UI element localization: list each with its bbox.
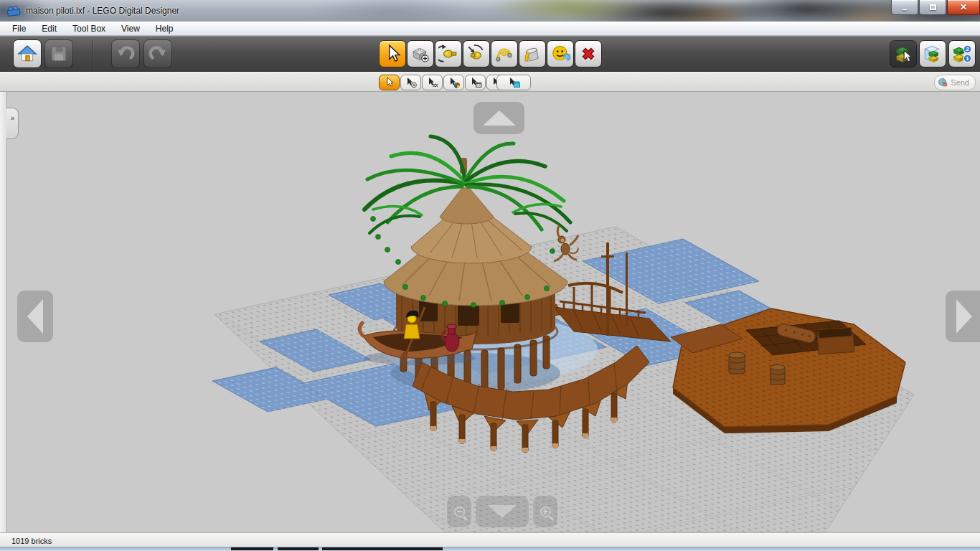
menu-toolbox[interactable]: Tool Box bbox=[65, 22, 113, 35]
restore-button[interactable] bbox=[919, 0, 946, 15]
select-single-icon bbox=[383, 77, 396, 88]
mast bbox=[626, 253, 628, 327]
select-add-icon bbox=[405, 77, 418, 88]
camera-up-button[interactable] bbox=[473, 102, 524, 134]
camera-down-button[interactable] bbox=[476, 496, 529, 527]
status-bar: 1019 bricks bbox=[0, 532, 980, 547]
select-cursor-icon bbox=[382, 44, 402, 64]
menu-help[interactable]: Help bbox=[148, 22, 182, 35]
menu-view[interactable]: View bbox=[113, 22, 148, 35]
menu-file[interactable]: File bbox=[4, 22, 34, 35]
selection-variants-group bbox=[379, 75, 507, 90]
redo-button[interactable] bbox=[143, 39, 172, 68]
palette-strip bbox=[0, 92, 7, 532]
main-toolbar: 2 1 bbox=[0, 36, 980, 72]
ldd-window: maison piloti.lxf - LEGO Digital Designe… bbox=[0, 0, 980, 551]
undo-icon bbox=[116, 44, 136, 64]
send-label: Send bbox=[951, 78, 969, 87]
close-button[interactable]: ✕ bbox=[947, 0, 980, 15]
build-mode-button[interactable] bbox=[890, 40, 917, 67]
restore-icon bbox=[930, 4, 936, 10]
delete-tool-button[interactable] bbox=[575, 40, 602, 67]
undo-button[interactable] bbox=[111, 39, 140, 68]
selection-sub-toolbar: Send bbox=[0, 72, 980, 92]
hinge-icon bbox=[438, 44, 458, 64]
view-mode-icon bbox=[923, 44, 943, 64]
select-single-button[interactable] bbox=[379, 75, 400, 90]
minifig-head-icon bbox=[550, 44, 570, 64]
home-button[interactable] bbox=[13, 39, 42, 68]
guide-badge-1: 1 bbox=[966, 55, 969, 62]
zoom-out-button[interactable] bbox=[447, 496, 471, 527]
menu-edit[interactable]: Edit bbox=[34, 22, 65, 35]
zoom-in-button[interactable] bbox=[533, 496, 557, 527]
close-icon: ✕ bbox=[960, 3, 967, 11]
flex-hose-icon bbox=[494, 44, 514, 64]
hide-tool-button[interactable] bbox=[547, 40, 574, 67]
taskbar-peek-segment bbox=[278, 547, 319, 550]
select-by-color-button[interactable] bbox=[443, 75, 464, 90]
lego-scene bbox=[0, 92, 980, 532]
hinge-align-icon bbox=[466, 44, 486, 64]
globe-icon bbox=[938, 76, 948, 89]
tool-group bbox=[379, 40, 602, 67]
down-arrow-icon bbox=[488, 505, 517, 518]
palette-expander-button[interactable]: » bbox=[6, 108, 19, 139]
select-by-shape-icon bbox=[469, 77, 482, 88]
redo-icon bbox=[148, 44, 168, 64]
home-icon bbox=[17, 44, 37, 64]
select-add-button[interactable] bbox=[400, 75, 421, 90]
zoom-in-icon bbox=[540, 507, 551, 517]
view-mode-button[interactable] bbox=[919, 40, 946, 67]
raft-barrel bbox=[771, 364, 785, 385]
minifig-torso bbox=[404, 324, 420, 339]
camera-left-button[interactable] bbox=[17, 291, 53, 342]
select-connected-button[interactable] bbox=[496, 75, 531, 90]
toolbar-separator bbox=[92, 39, 93, 70]
build-mode-icon bbox=[892, 43, 914, 65]
brick-count: 1019 bricks bbox=[11, 537, 52, 545]
building-guide-mode-button[interactable]: 2 1 bbox=[948, 40, 976, 67]
select-multiple-button[interactable] bbox=[422, 75, 443, 90]
left-arrow-icon bbox=[27, 299, 43, 334]
send-button[interactable]: Send bbox=[934, 75, 976, 90]
select-tool-button[interactable] bbox=[379, 40, 406, 67]
window-bottom-border bbox=[0, 547, 980, 551]
menu-bar: File Edit Tool Box View Help bbox=[0, 22, 980, 36]
guide-badge-2: 2 bbox=[966, 46, 969, 52]
delete-x-icon bbox=[578, 44, 598, 64]
right-arrow-icon bbox=[956, 299, 972, 334]
hinge-align-tool-button[interactable] bbox=[463, 40, 490, 67]
flex-tool-button[interactable] bbox=[491, 40, 518, 67]
window-title: maison piloti.lxf - LEGO Digital Designe… bbox=[26, 6, 179, 16]
clone-brick-icon bbox=[410, 44, 430, 64]
raft-crate bbox=[817, 327, 854, 354]
select-multiple-icon bbox=[426, 77, 439, 88]
save-button[interactable] bbox=[44, 39, 73, 68]
paint-bucket-icon bbox=[522, 44, 542, 64]
raft-barrel bbox=[729, 352, 745, 374]
title-bar[interactable]: maison piloti.lxf - LEGO Digital Designe… bbox=[0, 0, 980, 22]
up-arrow-icon bbox=[483, 110, 516, 126]
mode-group: 2 1 bbox=[890, 40, 976, 67]
expand-chevrons-icon: » bbox=[11, 114, 14, 122]
viewport-3d[interactable]: » bbox=[0, 92, 980, 532]
paint-tool-button[interactable] bbox=[519, 40, 546, 67]
save-icon bbox=[50, 44, 68, 63]
camera-right-button[interactable] bbox=[946, 291, 980, 342]
taskbar-peek-segment bbox=[231, 547, 273, 550]
select-connected-icon bbox=[505, 77, 522, 88]
minimize-icon: – bbox=[903, 5, 908, 14]
zoom-out-icon bbox=[454, 507, 465, 517]
clone-tool-button[interactable] bbox=[407, 40, 434, 67]
window-controls: – ✕ bbox=[891, 0, 980, 15]
taskbar-peek-segment bbox=[322, 547, 443, 550]
select-by-color-icon bbox=[448, 77, 461, 88]
building-guide-icon: 2 1 bbox=[952, 44, 972, 64]
lego-brick-icon bbox=[6, 4, 21, 17]
hinge-tool-button[interactable] bbox=[435, 40, 462, 67]
select-by-shape-button[interactable] bbox=[465, 75, 486, 90]
minimize-button[interactable]: – bbox=[891, 0, 918, 15]
